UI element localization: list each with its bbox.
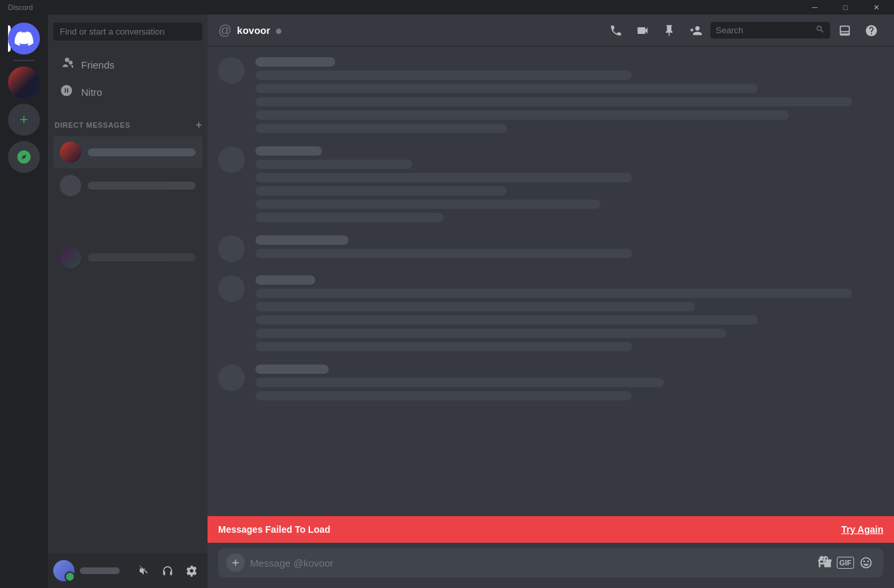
message-input-field[interactable]: [250, 551, 810, 575]
message-content-1: [255, 57, 883, 133]
friends-label: Friends: [81, 59, 114, 71]
friends-nav-item[interactable]: Friends: [53, 51, 202, 78]
add-dm-button[interactable]: +: [196, 119, 202, 131]
line-5b: [255, 391, 632, 400]
dm-avatar-1: [60, 142, 81, 163]
plus-icon: [230, 557, 241, 568]
server-rail: +: [0, 15, 48, 588]
maximize-button[interactable]: □: [830, 0, 861, 15]
channel-name: kovoor: [237, 25, 599, 36]
message-input-box: GIF: [218, 548, 883, 577]
find-conversation-input[interactable]: [53, 23, 202, 41]
dm-avatar-3: [60, 247, 81, 268]
dm-name-1: [88, 148, 196, 156]
line-2c: [255, 186, 507, 196]
dm-name-3: [88, 253, 196, 261]
name-skeleton-5: [255, 365, 329, 374]
line-4b: [255, 302, 695, 311]
line-1c: [255, 97, 852, 106]
chat-area: @ kovoor: [208, 15, 894, 588]
line-3a: [255, 249, 632, 258]
username-display: [80, 567, 128, 574]
line-4e: [255, 342, 632, 351]
username-skeleton: [80, 567, 120, 574]
nitro-icon: [60, 84, 73, 100]
line-1d: [255, 110, 789, 120]
message-toolbar: GIF: [816, 553, 875, 572]
message-content-2: [255, 146, 883, 222]
dm-item-1[interactable]: [53, 136, 202, 168]
titlebar: Discord ─ □ ✕: [0, 0, 894, 15]
channel-name-text: kovoor: [237, 25, 270, 36]
add-member-icon: [689, 24, 702, 37]
user-area: [48, 553, 208, 588]
line-2b: [255, 173, 632, 182]
dm-item-2[interactable]: [53, 170, 202, 202]
try-again-button[interactable]: Try Again: [841, 524, 883, 535]
message-content-3: [255, 235, 883, 262]
user-controls: [133, 560, 202, 581]
line-4d: [255, 329, 726, 338]
inbox-button[interactable]: [833, 19, 857, 43]
help-button[interactable]: [859, 19, 883, 43]
video-button[interactable]: [631, 19, 655, 43]
call-button[interactable]: [604, 19, 628, 43]
chat-header: @ kovoor: [208, 15, 894, 47]
dm-navigation: Friends Nitro: [48, 49, 208, 108]
app-title: Discord: [0, 3, 33, 11]
line-1a: [255, 71, 632, 80]
header-actions: Search: [604, 19, 883, 43]
inbox-icon: [838, 24, 851, 37]
settings-button[interactable]: [181, 560, 202, 581]
message-attach-button[interactable]: [226, 553, 245, 572]
discord-logo-icon: [15, 29, 33, 48]
mute-button[interactable]: [133, 560, 154, 581]
add-server-icon: +: [20, 111, 29, 128]
close-button[interactable]: ✕: [861, 0, 891, 15]
message-content-4: [255, 275, 883, 351]
avatar-skeleton-5: [218, 365, 245, 391]
add-member-button[interactable]: [684, 19, 708, 43]
message-input-area: GIF: [208, 543, 894, 588]
messages-area: [208, 47, 894, 516]
dm-panel: Friends Nitro DIRECT MESSAGES +: [48, 15, 208, 588]
explore-button[interactable]: [8, 141, 40, 173]
discord-home-button[interactable]: [8, 23, 40, 55]
help-icon: [865, 24, 878, 37]
server-icon-1[interactable]: [8, 67, 40, 98]
add-server-button[interactable]: +: [8, 104, 40, 136]
call-icon: [609, 24, 623, 37]
pin-button[interactable]: [657, 19, 681, 43]
gift-icon: [818, 556, 831, 569]
message-group-3: [218, 235, 883, 262]
app-container: + Friends: [0, 15, 894, 588]
dm-search-area: [48, 15, 208, 49]
gift-button[interactable]: [816, 553, 834, 572]
line-1b: [255, 84, 758, 93]
friends-icon: [60, 57, 73, 73]
dm-item-3[interactable]: [53, 241, 202, 273]
mute-icon: [138, 565, 150, 577]
deafen-button[interactable]: [157, 560, 178, 581]
emoji-button[interactable]: [857, 553, 875, 572]
line-2a: [255, 160, 412, 169]
dm-name-2: [88, 182, 196, 190]
dm-section-header: DIRECT MESSAGES +: [48, 108, 208, 134]
line-4c: [255, 315, 758, 325]
name-skeleton-3: [255, 235, 349, 245]
search-box[interactable]: Search: [710, 22, 830, 39]
at-symbol: @: [218, 23, 231, 38]
message-group-4: [218, 275, 883, 351]
video-icon: [636, 24, 649, 37]
dm-list: [48, 134, 208, 553]
name-skeleton-1: [255, 57, 335, 67]
message-group-5: [218, 365, 883, 400]
nitro-nav-item[interactable]: Nitro: [53, 78, 202, 106]
minimize-button[interactable]: ─: [800, 0, 830, 15]
status-dot: [276, 29, 281, 34]
direct-messages-label: DIRECT MESSAGES: [55, 121, 130, 129]
gif-button[interactable]: GIF: [837, 557, 854, 569]
server-separator: [13, 60, 35, 61]
user-avatar: [53, 560, 74, 581]
name-skeleton-2: [255, 146, 322, 156]
